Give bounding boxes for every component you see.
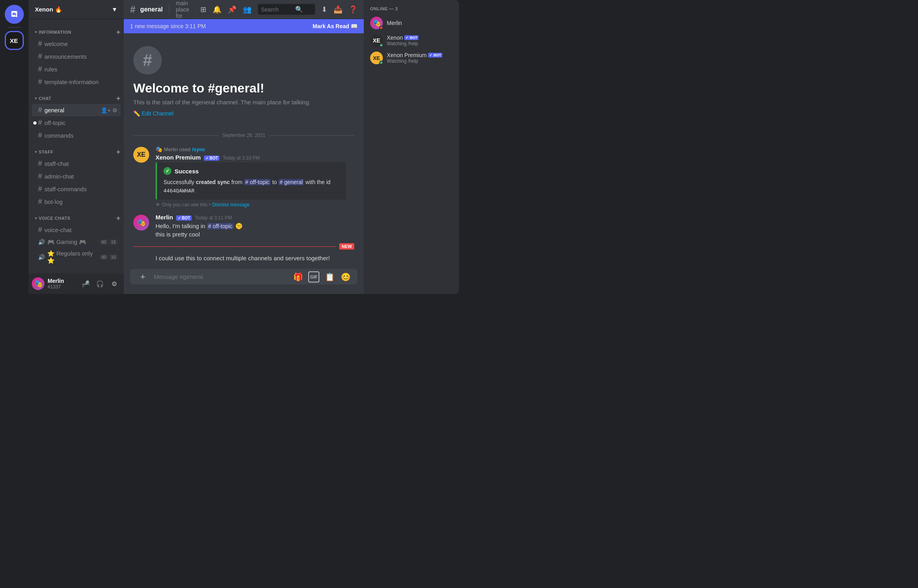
search-input[interactable] [261, 6, 293, 13]
message-group-1: XE 🎭 Merlin used /sync Xenon Premium ✓ [124, 144, 364, 209]
member-item-merlin[interactable]: 🎭 Merlin [367, 14, 456, 32]
category-information[interactable]: ▾ INFORMATION + [29, 22, 124, 37]
status-dot-merlin [379, 26, 383, 30]
member-info-xenon: Xenon ✓ BOT Watching /help [387, 35, 453, 46]
channel-rules[interactable]: # rules [32, 63, 121, 75]
category-staff[interactable]: ▾ STAFF + [29, 142, 124, 157]
dot-separator: • [209, 202, 211, 208]
channel-mention-to: # general [278, 179, 304, 185]
category-label-voice: VOICE CHATS [39, 216, 71, 221]
channel-header-name: general [140, 6, 163, 13]
eye-icon: 👁 [156, 202, 160, 208]
members-icon[interactable]: 👥 [243, 5, 252, 14]
apps-icon[interactable]: 📋 [324, 271, 335, 282]
help-icon[interactable]: ❓ [349, 5, 357, 14]
add-channel-staff[interactable]: + [116, 148, 121, 156]
channel-voice-chat[interactable]: # voice-chat [32, 224, 121, 236]
merlin-avatar: 🎭 [133, 215, 149, 231]
member-activity-xenon: Watching /help [387, 41, 453, 46]
hash-icon: # [38, 106, 42, 114]
message-author-1: Xenon Premium [156, 154, 201, 161]
discord-home-button[interactable] [5, 5, 24, 24]
message-header-2: Merlin ✓ BOT Today at 3:11 PM [156, 214, 354, 221]
hash-icon: # [38, 159, 42, 168]
date-line-right [269, 135, 354, 136]
new-divider-line [133, 246, 336, 247]
voice-channel-gaming[interactable]: 🔊 🎮 Gaming 🎮 00 15 [32, 236, 121, 248]
date-line-left [133, 135, 219, 136]
channel-bot-log[interactable]: # bot-log [32, 196, 121, 208]
bot-badge-xenon: ✓ BOT [404, 35, 419, 40]
member-activity-xenon-premium: Watching /help [387, 58, 453, 64]
gift-icon[interactable]: 🎁 [292, 271, 303, 282]
dismiss-message-button[interactable]: Dismiss message [212, 202, 250, 208]
settings-icon[interactable]: ⚙ [112, 107, 117, 113]
hash-icon: # [38, 131, 42, 140]
channel-announcements-label: announcements [44, 53, 117, 60]
user-settings-button[interactable]: ⚙ [108, 277, 121, 290]
hash-icon: # [38, 65, 42, 73]
channel-template-information[interactable]: # template-information [32, 76, 121, 88]
message-content-1: 🎭 Merlin used /sync Xenon Premium ✓ BOT … [156, 146, 354, 208]
server-sidebar: XE [0, 0, 29, 294]
hash-icon: # [38, 172, 42, 181]
channel-sidebar: Xenon 🔥 ▼ ▾ INFORMATION + # welcome [29, 0, 124, 294]
deafen-button[interactable]: 🎧 [94, 277, 106, 290]
category-voice-chats[interactable]: ▾ VOICE CHATS + [29, 208, 124, 223]
add-channel-chat[interactable]: + [116, 95, 121, 102]
bell-icon[interactable]: 🔔 [213, 5, 221, 14]
add-attachment-button[interactable]: + [136, 271, 149, 283]
invite-icon[interactable]: 👤+ [101, 107, 111, 113]
xenon-server-icon[interactable]: XE [5, 31, 24, 50]
gear-icon: ⚙ [111, 280, 117, 288]
channel-intro-icon: # [133, 46, 162, 75]
channel-general[interactable]: # general 👤+ ⚙ [32, 104, 121, 116]
voice-gaming-label: 🎮 Gaming 🎮 [47, 238, 86, 246]
server-header[interactable]: Xenon 🔥 ▼ [29, 0, 124, 19]
mute-icon: 🎤 [82, 280, 90, 288]
merlin-used-icon: 🎭 [156, 146, 162, 152]
channel-staff-chat[interactable]: # staff-chat [32, 158, 121, 170]
channel-off-topic[interactable]: # off-topic [32, 117, 121, 129]
emoji-picker-button[interactable]: 😊 [340, 271, 351, 282]
slash-command-label: /sync [192, 146, 205, 152]
unread-dot [33, 121, 36, 125]
pin-icon[interactable]: 📌 [228, 5, 236, 14]
add-channel-voice[interactable]: + [116, 215, 121, 222]
mark-as-read-button[interactable]: Mark As Read 📖 [313, 23, 357, 29]
header-divider [169, 5, 169, 14]
member-item-xenon[interactable]: XE Xenon ✓ BOT Watching /help [367, 32, 456, 49]
channel-staff-commands[interactable]: # staff-commands [32, 183, 121, 195]
hash-icon: # [38, 119, 42, 127]
channel-announcements[interactable]: # announcements [32, 50, 121, 63]
search-bar[interactable]: 🔍 [258, 4, 315, 15]
channel-commands[interactable]: # commands [32, 129, 121, 142]
online-header: ONLINE — 3 [367, 6, 456, 11]
edit-channel-button[interactable]: ✏️ Edit Channel [133, 110, 354, 117]
voice-channel-regulars[interactable]: 🔊 ⭐ Regulars only ⭐ 00 10 [32, 248, 121, 266]
add-channel-information[interactable]: + [116, 29, 121, 36]
bot-badge-merlin: ✓ BOT [176, 215, 192, 221]
member-info-merlin: Merlin [387, 20, 453, 26]
used-by-label: Merlin used [164, 146, 190, 152]
embed-success-header: ✓ Success [163, 167, 340, 175]
gif-button[interactable]: GIF [308, 271, 319, 282]
message-header-1: Xenon Premium ✓ BOT Today at 3:10 PM [156, 154, 354, 161]
user-avatar: 🎭 [32, 277, 44, 290]
message-input[interactable] [154, 269, 288, 284]
message-used-notice: 🎭 Merlin used /sync [156, 146, 354, 152]
channel-admin-chat[interactable]: # admin-chat [32, 170, 121, 183]
mute-button[interactable]: 🎤 [79, 277, 92, 290]
hashtag-icon[interactable]: ⊞ [200, 5, 206, 14]
inbox-icon[interactable]: 📥 [334, 5, 342, 14]
channel-template-information-label: template-information [44, 79, 117, 85]
member-info-xenon-premium: Xenon Premium ✓ BOT Watching /help [387, 52, 453, 64]
messages-area[interactable]: # Welcome to #general! This is the start… [124, 33, 364, 269]
member-item-xenon-premium[interactable]: XE Xenon Premium ✓ BOT Watching /help [367, 49, 456, 67]
download-icon[interactable]: ⬇ [321, 5, 327, 14]
speaker-icon: 🔊 [38, 254, 45, 260]
category-chat[interactable]: ▾ CHAT + [29, 88, 124, 104]
channel-welcome[interactable]: # welcome [32, 38, 121, 50]
voice-regulars-label: ⭐ Regulars only ⭐ [47, 250, 98, 264]
channel-mention-from: # off-topic [244, 179, 271, 185]
